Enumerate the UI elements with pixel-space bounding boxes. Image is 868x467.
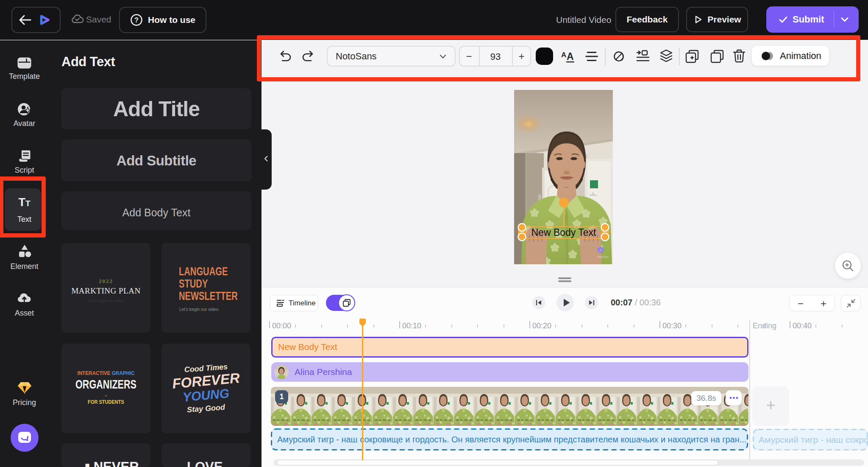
svg-text:HeyGen: HeyGen: [597, 255, 609, 259]
svg-text:?: ?: [134, 17, 139, 24]
